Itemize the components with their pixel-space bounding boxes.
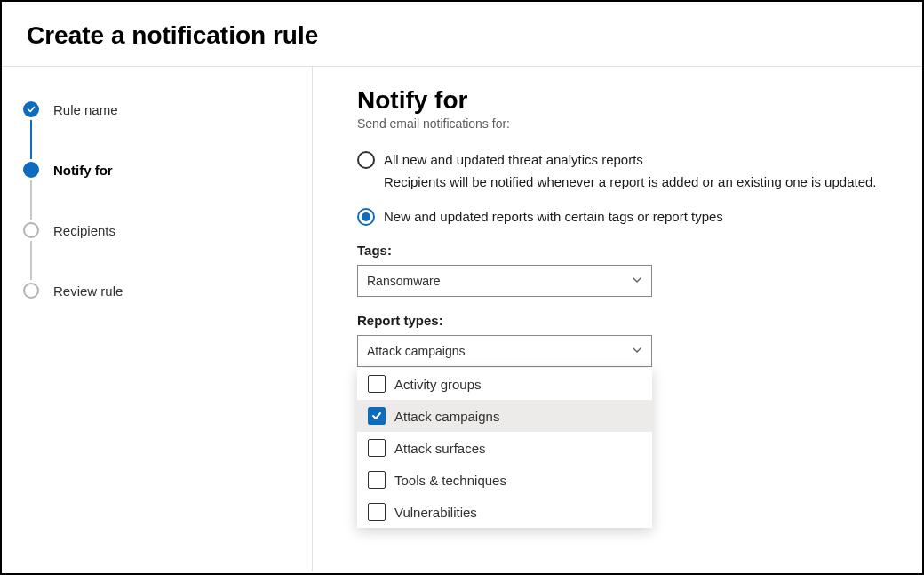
checkbox-icon — [368, 471, 386, 489]
option-tools-techniques[interactable]: Tools & techniques — [357, 464, 652, 496]
radio-all-reports[interactable]: All new and updated threat analytics rep… — [357, 150, 897, 170]
pending-step-icon — [23, 283, 39, 299]
current-step-icon — [23, 162, 39, 178]
wizard-steps: Rule name Notify for Recipients Review r… — [2, 67, 313, 571]
tags-label: Tags: — [357, 243, 897, 258]
page-header: Create a notification rule — [2, 2, 922, 66]
step-recipients[interactable]: Recipients — [23, 220, 312, 241]
checkbox-icon — [368, 503, 386, 521]
checkbox-checked-icon — [368, 407, 386, 425]
radio-description: Recipients will be notified whenever a r… — [384, 173, 897, 191]
step-rule-name[interactable]: Rule name — [23, 99, 312, 120]
body: Rule name Notify for Recipients Review r… — [2, 67, 922, 571]
report-types-options: Activity groups Attack campaigns Attack … — [357, 368, 652, 528]
section-heading: Notify for — [357, 86, 897, 115]
pending-step-icon — [23, 222, 39, 238]
radio-label: All new and updated threat analytics rep… — [384, 150, 643, 170]
report-types-value: Attack campaigns — [367, 344, 466, 358]
radio-label: New and updated reports with certain tag… — [384, 207, 723, 227]
option-label: Tools & techniques — [394, 473, 506, 488]
check-circle-icon — [23, 101, 39, 117]
radio-icon — [357, 151, 375, 169]
chevron-down-icon — [632, 274, 642, 288]
report-types-field: Attack campaigns Activity groups Attack … — [357, 335, 652, 367]
section-subtitle: Send email notifications for: — [357, 116, 897, 131]
option-label: Vulnerabilities — [394, 505, 477, 520]
step-notify-for[interactable]: Notify for — [23, 159, 312, 180]
option-label: Attack campaigns — [394, 409, 499, 424]
step-connector — [30, 241, 32, 280]
chevron-down-icon — [632, 344, 642, 358]
option-label: Attack surfaces — [394, 441, 486, 456]
radio-icon — [357, 208, 375, 226]
report-types-label: Report types: — [357, 313, 897, 328]
report-types-dropdown[interactable]: Attack campaigns — [357, 335, 652, 367]
option-attack-surfaces[interactable]: Attack surfaces — [357, 432, 652, 464]
option-vulnerabilities[interactable]: Vulnerabilities — [357, 496, 652, 528]
step-label: Notify for — [53, 163, 113, 178]
tags-value: Ransomware — [367, 274, 440, 288]
step-label: Rule name — [53, 102, 118, 117]
option-attack-campaigns[interactable]: Attack campaigns — [357, 400, 652, 432]
step-connector — [30, 120, 32, 159]
main-panel: Notify for Send email notifications for:… — [313, 67, 922, 571]
option-activity-groups[interactable]: Activity groups — [357, 368, 652, 400]
checkbox-icon — [368, 375, 386, 393]
step-label: Recipients — [53, 223, 116, 238]
radio-tagged-reports[interactable]: New and updated reports with certain tag… — [357, 207, 897, 227]
step-review-rule[interactable]: Review rule — [23, 280, 312, 301]
step-label: Review rule — [53, 284, 123, 299]
page-title: Create a notification rule — [27, 21, 897, 50]
option-label: Activity groups — [394, 377, 482, 392]
tags-dropdown[interactable]: Ransomware — [357, 265, 652, 297]
step-connector — [30, 180, 32, 220]
checkbox-icon — [368, 439, 386, 457]
